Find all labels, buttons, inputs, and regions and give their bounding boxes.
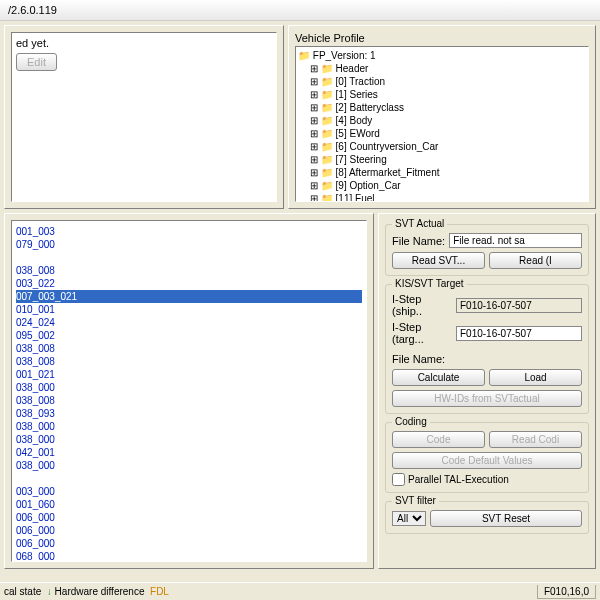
kis-svt-target-group: KIS/SVT Target I-Step (ship.. I-Step (ta… [385, 284, 589, 414]
istep-targ-input[interactable] [456, 326, 582, 341]
hwids-button: HW-IDs from SVTactual [392, 390, 582, 407]
filter-select[interactable]: All [392, 511, 426, 526]
vehicle-profile-tree[interactable]: FP_Version: 1 Header[0] Traction[1] Seri… [295, 46, 589, 202]
list-item[interactable]: 038_008 [16, 355, 362, 368]
list-item[interactable]: 007_003_021 [16, 290, 362, 303]
list-item[interactable]: 038_000 [16, 420, 362, 433]
code-button: Code [392, 431, 485, 448]
svt-filter-group: SVT filter All SVT Reset [385, 501, 589, 534]
list-item[interactable]: 095_002 [16, 329, 362, 342]
title-bar: /2.6.0.119 [0, 0, 600, 21]
list-item[interactable]: 024_024 [16, 316, 362, 329]
list-item[interactable]: 001_060 [16, 498, 362, 511]
istep-targ-label: I-Step (targ... [392, 321, 452, 345]
message-text: ed yet. [16, 37, 272, 49]
filename-label: File Name: [392, 235, 445, 247]
filename-input[interactable] [449, 233, 582, 248]
list-item[interactable]: 038_008 [16, 342, 362, 355]
status-fdl: FDL [150, 586, 169, 597]
left-panel: ed yet. Edit [4, 25, 284, 209]
calculate-button[interactable]: Calculate [392, 369, 485, 386]
status-bar: cal state ↓ Hardware difference FDL F010… [0, 582, 600, 600]
svt-panel: SVT Actual File Name: Read SVT...Read (I… [378, 213, 596, 569]
istep-ship-input [456, 298, 582, 313]
list-item[interactable]: 003_022 [16, 277, 362, 290]
list-item[interactable]: 001_021 [16, 368, 362, 381]
parallel-tal-input[interactable] [392, 473, 405, 486]
tree-item[interactable]: [8] Aftermarket_Fitment [298, 166, 586, 179]
hardware-diff-icon: ↓ [47, 586, 52, 597]
tree-item[interactable]: [7] Steering [298, 153, 586, 166]
tree-item[interactable]: [0] Traction [298, 75, 586, 88]
ecu-list[interactable]: 001_003079_000038_008003_022007_003_0210… [11, 220, 367, 562]
group-title: SVT Actual [392, 218, 447, 229]
svt-reset-button[interactable]: SVT Reset [430, 510, 582, 527]
list-item[interactable]: 006_000 [16, 511, 362, 524]
svt-actual-group: SVT Actual File Name: Read SVT...Read (I [385, 224, 589, 276]
load-button[interactable]: Load [489, 369, 582, 386]
vehicle-profile-label: Vehicle Profile [295, 32, 589, 44]
filename-label2: File Name: [392, 353, 445, 365]
code-default-button: Code Default Values [392, 452, 582, 469]
istep-ship-label: I-Step (ship.. [392, 293, 452, 317]
tree-item[interactable]: [11] Fuel [298, 192, 586, 202]
list-item[interactable] [16, 472, 362, 485]
list-item[interactable] [16, 251, 362, 264]
edit-button[interactable]: Edit [16, 53, 57, 71]
parallel-tal-checkbox[interactable]: Parallel TAL-Execution [392, 473, 582, 486]
tree-root[interactable]: FP_Version: 1 [298, 49, 586, 62]
list-item[interactable]: 038_008 [16, 394, 362, 407]
list-item[interactable]: 003_000 [16, 485, 362, 498]
group-title: KIS/SVT Target [392, 278, 467, 289]
list-item[interactable]: 042_001 [16, 446, 362, 459]
read-svt-button[interactable]: Read SVT... [392, 252, 485, 269]
status-cal: cal state [4, 586, 41, 597]
list-item[interactable]: 001_003 [16, 225, 362, 238]
vehicle-profile-panel: Vehicle Profile FP_Version: 1 Header[0] … [288, 25, 596, 209]
list-item[interactable]: 038_008 [16, 264, 362, 277]
tree-item[interactable]: [4] Body [298, 114, 586, 127]
status-right: F010,16,0 [537, 585, 596, 599]
list-item[interactable]: 079_000 [16, 238, 362, 251]
tree-item[interactable]: [9] Option_Car [298, 179, 586, 192]
coding-group: Coding CodeRead Codi Code Default Values… [385, 422, 589, 493]
list-item[interactable]: 038_000 [16, 433, 362, 446]
tree-item[interactable]: [6] Countryversion_Car [298, 140, 586, 153]
tree-item[interactable]: Header [298, 62, 586, 75]
list-item[interactable]: 006_000 [16, 524, 362, 537]
tree-item[interactable]: [5] EWord [298, 127, 586, 140]
list-item[interactable]: 038_000 [16, 381, 362, 394]
message-box: ed yet. Edit [11, 32, 277, 202]
group-title: Coding [392, 416, 430, 427]
list-item[interactable]: 006_000 [16, 537, 362, 550]
list-panel: 001_003079_000038_008003_022007_003_0210… [4, 213, 374, 569]
read-coding-button: Read Codi [489, 431, 582, 448]
tree-item[interactable]: [1] Series [298, 88, 586, 101]
status-hw: Hardware difference [55, 586, 145, 597]
read-button[interactable]: Read (I [489, 252, 582, 269]
list-item[interactable]: 038_093 [16, 407, 362, 420]
list-item[interactable]: 038_000 [16, 459, 362, 472]
tree-item[interactable]: [2] Batteryclass [298, 101, 586, 114]
list-item[interactable]: 010_001 [16, 303, 362, 316]
group-title: SVT filter [392, 495, 439, 506]
list-item[interactable]: 068_000 [16, 550, 362, 562]
